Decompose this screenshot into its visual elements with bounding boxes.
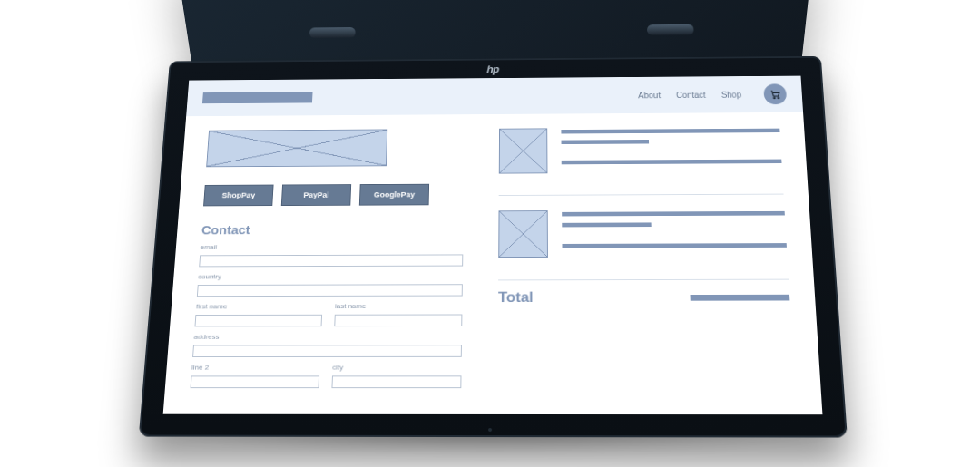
divider <box>499 194 784 196</box>
placeholder-line <box>562 222 651 227</box>
site-header: About Contact Shop <box>186 76 803 117</box>
cart-item <box>499 127 782 174</box>
item-text-placeholder <box>561 127 782 173</box>
placeholder-line <box>562 243 786 248</box>
nav-contact[interactable]: Contact <box>676 91 706 100</box>
item-text-placeholder <box>562 209 787 258</box>
screen-bezel: hp About Contact Shop <box>139 56 848 438</box>
camera-icon <box>488 428 492 432</box>
paypal-button[interactable]: PayPal <box>281 184 351 206</box>
last-name-label: last name <box>335 302 463 310</box>
country-field[interactable] <box>197 284 463 297</box>
shoppay-button[interactable]: ShopPay <box>203 185 274 207</box>
laptop-back-lid <box>174 0 814 245</box>
item-thumbnail-placeholder <box>499 128 548 173</box>
address-field[interactable] <box>192 345 462 357</box>
divider <box>498 279 789 281</box>
placeholder-line <box>562 160 782 165</box>
express-payment-row: ShopPay PayPal GooglePay <box>203 184 464 207</box>
email-label: email <box>200 242 463 250</box>
email-field[interactable] <box>199 254 463 267</box>
country-label: country <box>198 272 463 280</box>
city-label: city <box>332 364 461 372</box>
primary-nav: About Contact Shop <box>638 83 787 105</box>
brand-placeholder <box>202 92 313 103</box>
hp-logo-icon: hp <box>486 63 498 75</box>
svg-point-1 <box>778 97 779 99</box>
item-thumbnail-placeholder <box>498 210 548 258</box>
screen-content: About Contact Shop <box>163 76 823 415</box>
cart-button[interactable] <box>763 83 787 104</box>
checkout-content: ShopPay PayPal GooglePay Contact email c… <box>165 112 821 389</box>
contact-heading: Contact <box>201 221 464 237</box>
total-label: Total <box>498 289 534 306</box>
total-row: Total <box>498 288 790 306</box>
placeholder-line <box>562 211 785 217</box>
googlepay-button[interactable]: GooglePay <box>359 184 429 206</box>
address-label: address <box>193 333 462 341</box>
svg-point-0 <box>773 97 775 99</box>
placeholder-line <box>561 129 779 134</box>
line2-label: line 2 <box>191 364 320 372</box>
checkout-form-column: ShopPay PayPal GooglePay Contact email c… <box>190 129 465 389</box>
order-summary-column: Total <box>497 127 795 389</box>
total-amount-placeholder <box>691 294 790 300</box>
hinge-right <box>647 24 694 35</box>
laptop-device: hp About Contact Shop <box>139 28 848 437</box>
cart-item <box>498 209 787 258</box>
nav-shop[interactable]: Shop <box>721 90 742 99</box>
city-field[interactable] <box>331 375 461 388</box>
last-name-field[interactable] <box>334 314 462 326</box>
first-name-field[interactable] <box>194 314 322 326</box>
line2-field[interactable] <box>191 375 320 388</box>
first-name-label: first name <box>196 302 323 310</box>
placeholder-line <box>562 140 649 144</box>
payment-hero-placeholder <box>206 130 387 168</box>
nav-about[interactable]: About <box>638 91 661 100</box>
cart-icon <box>769 89 781 99</box>
hinge-left <box>309 27 356 38</box>
